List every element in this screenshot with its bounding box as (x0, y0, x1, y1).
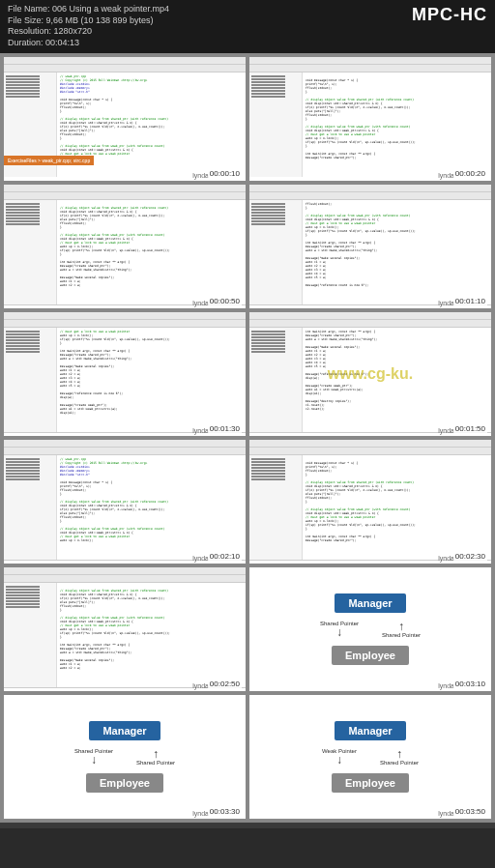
diagram-arrows: Weak Pointer↓↑Shared Pointer (322, 748, 419, 766)
timestamp: 00:01:50 (453, 423, 487, 434)
file-size-label: File Size: (8, 15, 44, 25)
thumbnail-diagram[interactable]: ManagerShared Pointer↓↑Shared PointerEmp… (249, 567, 491, 691)
file-path-badge: ExerciseFiles > weak_ptr.cpp; strc.cpp (4, 156, 94, 165)
diagram-box-manager: Manager (335, 721, 405, 740)
diagram-box-employee: Employee (86, 773, 163, 793)
code-editor: // display object value from shared_ptr … (57, 583, 246, 687)
thumbnail-ide[interactable]: void message(const char * s) { printf("%… (249, 440, 491, 564)
brand-watermark: lynda (192, 810, 209, 817)
brand-watermark: lynda (192, 682, 209, 689)
media-info-header: File Name: 006 Using a weak pointer.mp4 … (0, 0, 495, 53)
file-name-label: File Name: (8, 4, 50, 14)
thumbnail-grid: // weak_ptr.cpp// Copyright (c) 2015 Bil… (0, 53, 495, 823)
thumbnail-ide[interactable]: // must get a lock to use a weak pointer… (4, 312, 246, 436)
ide-sidebar (249, 455, 303, 560)
diagram-box-employee: Employee (332, 773, 409, 793)
timestamp: 00:01:30 (208, 423, 242, 434)
code-editor: // weak_ptr.cpp// Copyright (c) 2015 Bil… (57, 455, 246, 560)
ide-sidebar (4, 328, 57, 432)
resolution-label: Resolution: (8, 26, 51, 36)
diagram-arrows: Shared Pointer↓↑Shared Pointer (74, 748, 175, 766)
brand-watermark: lynda (192, 427, 209, 434)
brand-watermark: lynda (438, 300, 454, 306)
timestamp: 00:00:50 (208, 296, 242, 306)
ide-sidebar (249, 72, 303, 177)
brand-watermark: lynda (192, 555, 209, 562)
thumbnail-ide[interactable]: // display object value from shared_ptr … (4, 567, 246, 691)
progress-bar[interactable] (0, 823, 495, 828)
diagram-box-employee: Employee (332, 646, 409, 665)
code-editor: void message(const char * s) { printf("%… (303, 72, 491, 177)
timestamp: 00:02:50 (208, 679, 242, 689)
code-editor: // display object value from shared_ptr … (57, 200, 246, 304)
duration-label: Duration: (8, 38, 44, 47)
diagram-arrows: Shared Pointer↓↑Shared Pointer (320, 621, 421, 638)
thumbnail-ide[interactable]: fflush(stdout);}// display object value … (249, 185, 491, 308)
app-logo: MPC-HC (412, 4, 487, 49)
brand-watermark: lynda (192, 172, 209, 179)
timestamp: 00:03:10 (453, 679, 487, 689)
resolution-value: 1280x720 (54, 26, 93, 36)
file-size-value: 9,66 MB (10 138 899 bytes) (46, 15, 154, 25)
timestamp: 00:00:20 (453, 168, 487, 179)
timestamp: 00:00:10 (208, 168, 242, 179)
timestamp: 00:03:30 (208, 806, 242, 817)
duration-value: 00:04:13 (45, 38, 79, 47)
ide-sidebar (249, 328, 303, 432)
thumbnail-ide[interactable]: int main(int argc, const char ** argv) {… (249, 312, 491, 436)
thumbnail-ide[interactable]: void message(const char * s) { printf("%… (249, 57, 491, 181)
brand-watermark: lynda (438, 172, 454, 179)
code-editor: fflush(stdout);}// display object value … (303, 200, 491, 304)
thumbnail-ide[interactable]: // weak_ptr.cpp// Copyright (c) 2015 Bil… (4, 57, 246, 181)
code-editor: int main(int argc, const char ** argv) {… (303, 328, 491, 432)
diagram-box-manager: Manager (335, 593, 405, 613)
timestamp: 00:01:10 (453, 296, 487, 306)
thumbnail-ide[interactable]: // display object value from shared_ptr … (4, 185, 246, 308)
thumbnail-ide[interactable]: // weak_ptr.cpp// Copyright (c) 2015 Bil… (4, 440, 246, 564)
ide-sidebar (4, 583, 57, 687)
ide-sidebar (4, 200, 57, 304)
brand-watermark: lynda (438, 682, 454, 689)
ide-sidebar (4, 455, 57, 560)
ide-sidebar (249, 200, 303, 304)
brand-watermark: lynda (192, 300, 209, 306)
brand-watermark: lynda (438, 555, 454, 562)
timestamp: 00:02:30 (453, 551, 487, 562)
file-name-value: 006 Using a weak pointer.mp4 (52, 4, 169, 14)
timestamp: 00:03:50 (453, 806, 487, 817)
thumbnail-diagram[interactable]: ManagerWeak Pointer↓↑Shared PointerEmplo… (249, 695, 491, 819)
brand-watermark: lynda (438, 427, 454, 434)
code-editor: // must get a lock to use a weak pointer… (57, 328, 246, 432)
timestamp: 00:02:10 (208, 551, 242, 562)
brand-watermark: lynda (438, 810, 454, 817)
diagram-box-manager: Manager (89, 721, 160, 740)
thumbnail-diagram[interactable]: ManagerShared Pointer↓↑Shared PointerEmp… (4, 695, 246, 819)
code-editor: void message(const char * s) { printf("%… (303, 455, 491, 560)
